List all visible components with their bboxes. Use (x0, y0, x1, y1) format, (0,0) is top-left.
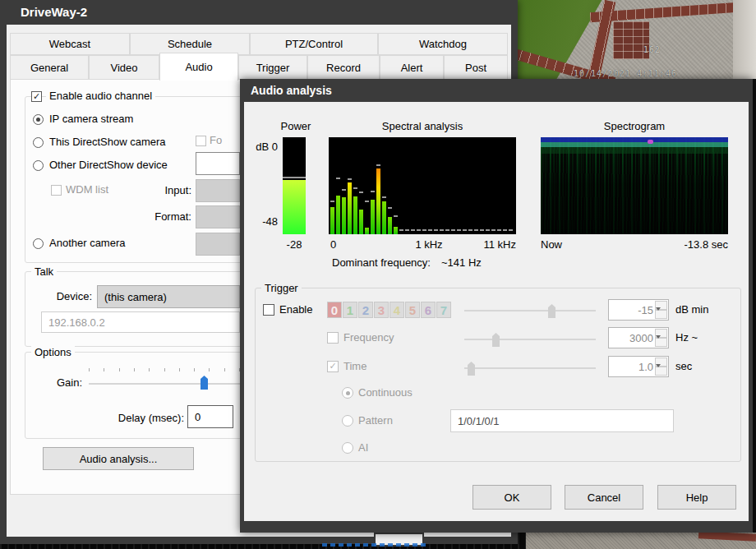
radio-other-directshow-label: Other DirectShow device (49, 159, 168, 171)
spectrogram-canvas (541, 137, 728, 234)
tab-general[interactable]: General (10, 55, 89, 80)
power-current-value: -28 (270, 238, 319, 251)
spectral-bar (353, 196, 357, 234)
digit-7[interactable]: 7 (436, 302, 451, 318)
spectral-x2: 11 kHz (467, 238, 516, 251)
fo-checkbox[interactable] (196, 136, 206, 146)
trigger-enable-label: Enable (279, 303, 312, 316)
white-wall (733, 0, 756, 79)
enable-audio-checkbox[interactable]: ✓ (31, 91, 42, 102)
help-button[interactable]: Help (657, 485, 736, 510)
db-min-spinner[interactable]: -15 (608, 299, 669, 321)
spectral-peak-marker (405, 229, 409, 231)
dialog-title: DriveWay-2 (21, 5, 87, 19)
spectral-peak-marker (348, 178, 352, 180)
frequency-unit: Hz ~ (675, 331, 698, 344)
tab-schedule[interactable]: Schedule (130, 33, 250, 55)
spectral-bar (365, 228, 369, 234)
frequency-spin-down[interactable] (655, 338, 667, 347)
input-dropdown[interactable] (196, 179, 240, 202)
power-meter (283, 137, 306, 234)
wdm-list-checkbox[interactable] (51, 185, 62, 196)
frequency-slider-track[interactable] (464, 339, 596, 340)
talk-address-value: 192.168.0.2 (48, 316, 105, 329)
tab-audio[interactable]: Audio (159, 53, 238, 81)
radio-ip-camera-stream[interactable] (33, 114, 44, 125)
tab-watchdog[interactable]: Watchdog (378, 33, 508, 55)
tab-ptz-control[interactable]: PTZ/Control (250, 33, 378, 55)
tab-record[interactable]: Record (307, 55, 380, 80)
spectral-peak-marker (434, 229, 438, 231)
time-slider-track[interactable] (464, 367, 596, 369)
device-dropdown-value: (this camera) (104, 291, 167, 303)
spectral-peak-marker (411, 229, 415, 231)
format-dropdown[interactable] (196, 205, 240, 228)
spectral-peak-marker (342, 189, 346, 191)
gain-tick (224, 368, 225, 371)
spectral-bar (348, 182, 352, 234)
time-checkbox[interactable]: ✓ (327, 361, 339, 372)
radio-another-camera-label: Another camera (49, 237, 126, 249)
ai-radio[interactable] (342, 442, 353, 454)
spectral-peak-marker (353, 187, 357, 189)
db-min-spin-down[interactable] (655, 310, 667, 319)
gain-slider-track[interactable] (89, 383, 240, 385)
cancel-button-label: Cancel (588, 491, 620, 504)
dominant-frequency-value: ~141 Hz (441, 256, 482, 269)
pattern-field[interactable]: 1/0/1/0/1 (450, 409, 674, 432)
cancel-button[interactable]: Cancel (565, 485, 643, 510)
spectral-peak-marker (417, 229, 421, 231)
digit-1[interactable]: 1 (343, 302, 357, 318)
tab-row-2: GeneralVideoAudioTriggerRecordAlertPost (10, 55, 508, 80)
frequency-spinner[interactable]: 3000 (608, 327, 669, 348)
spectral-peak-marker (497, 229, 501, 231)
delay-label: Delay (msec): (99, 412, 184, 424)
frequency-checkbox[interactable] (327, 332, 339, 344)
delay-field[interactable]: 0 (187, 405, 233, 428)
radio-another-camera[interactable] (33, 238, 44, 249)
spectral-bar (388, 217, 392, 234)
video-overlay-counter: 162 (643, 45, 661, 54)
trigger-enable-checkbox[interactable] (263, 304, 274, 316)
tab-post[interactable]: Post (444, 55, 508, 80)
fo-field[interactable] (196, 152, 240, 175)
ai-label: AI (358, 441, 368, 454)
digit-6[interactable]: 6 (421, 302, 436, 318)
fo-checkbox-label: Fo (210, 134, 222, 146)
talk-address-field[interactable]: 192.168.0.2 (41, 311, 240, 333)
digit-0[interactable]: 0 (327, 302, 342, 318)
spectral-peak-marker (474, 229, 478, 231)
spectral-bar (394, 227, 398, 234)
tab-video[interactable]: Video (89, 55, 159, 80)
db-min-value: -15 (609, 300, 653, 320)
time-spinner[interactable]: 1.0 (608, 356, 669, 377)
talk-group-label: Talk (31, 265, 57, 278)
ok-button[interactable]: OK (472, 485, 551, 510)
spectral-peak-marker (399, 229, 403, 231)
spectral-peak-marker (336, 178, 340, 179)
continuous-radio[interactable] (342, 387, 353, 399)
digit-3[interactable]: 3 (374, 302, 389, 318)
spectral-bar (336, 196, 340, 234)
spectral-bar (382, 201, 386, 234)
spectral-peak-marker (440, 229, 444, 231)
digit-4[interactable]: 4 (390, 302, 404, 318)
device-dropdown[interactable]: (this camera) (97, 285, 240, 308)
spectral-peak-marker (445, 229, 449, 231)
digit-5[interactable]: 5 (405, 302, 420, 318)
tab-alert[interactable]: Alert (380, 55, 444, 80)
digit-2[interactable]: 2 (358, 302, 373, 318)
radio-this-directshow[interactable] (33, 137, 44, 148)
spectral-peak-marker (376, 164, 380, 166)
gain-slider-ticks (89, 368, 240, 372)
tab-trigger[interactable]: Trigger (238, 55, 307, 80)
time-spin-down[interactable] (655, 367, 667, 376)
tab-webcast[interactable]: Webcast (10, 33, 130, 55)
gain-tick (119, 368, 120, 371)
another-camera-dropdown[interactable] (196, 233, 240, 256)
radio-other-directshow[interactable] (33, 160, 44, 171)
audio-analysis-button[interactable]: Audio analysis... (43, 447, 194, 470)
pattern-radio[interactable] (342, 415, 353, 427)
db-slider-track[interactable] (464, 310, 596, 311)
time-label: Time (343, 360, 366, 372)
